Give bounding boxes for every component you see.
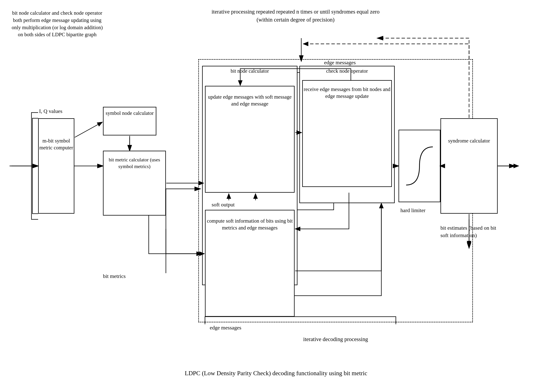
diagram-container: bit node calculator and check node opera… [0,0,552,392]
hard-limiter-symbol [399,130,441,202]
compute-soft-info-label: compute soft information of bits using b… [206,217,294,231]
svg-line-6 [75,122,102,137]
edge-messages-bottom-label: edge messages [210,324,242,331]
update-edge-messages-label: update edge messages with soft message a… [206,93,294,107]
bit-metrics-label: bit metrics [103,273,126,280]
symbol-node-calculator-label: symbol node calculator [104,110,155,117]
iq-values-label: I, Q values [39,108,62,115]
annotation-top-left: bit node calculator and check node opera… [11,10,103,38]
annotation-top-center: iterative processing repeated repeated n… [210,8,381,24]
diagram-caption: LDPC (Low Density Parity Check) decoding… [0,370,552,377]
bit-estimates-label: bit estimates (based on bit soft informa… [441,224,505,239]
bit-metric-calculator-label: bit metric calculator (uses symbol metri… [104,156,165,170]
symbol-metric-computer-label: m-bit symbol metric computer [39,137,73,151]
bit-node-calculator-label: bit node calculator [204,68,296,74]
symbol-metric-computer-box [38,118,74,214]
check-node-operator-label: check node operator [301,68,393,74]
soft-output-label: soft output [212,201,235,208]
iterative-decoding-label: iterative decoding processing [198,336,473,343]
syndrome-calculator-box [441,118,498,214]
syndrome-calculator-label: syndrome calculator [442,137,497,144]
receive-edge-messages-label: receive edge messages from bit nodes and… [303,86,391,100]
hard-limiter-label: hard limiter [400,207,425,214]
edge-messages-top-label: edge messages [324,59,356,66]
